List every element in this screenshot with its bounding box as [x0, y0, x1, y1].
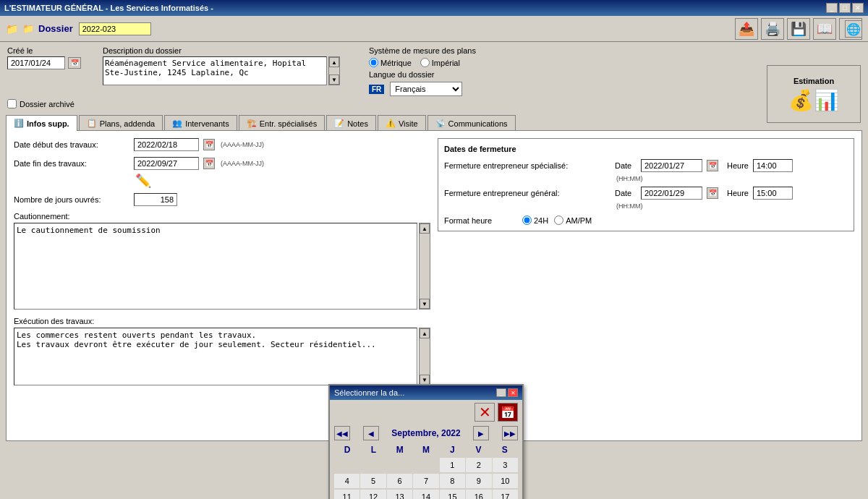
tabs-bar: ℹ️ Infos supp. 📋 Plans, addenda 👥 Interv…	[0, 114, 868, 130]
cal-day-17[interactable]: 17	[493, 490, 518, 499]
calendar-popup: Sélectionner la da... _ ✕ ✕ 📅 ◀◀ ◀ Septe…	[328, 384, 524, 499]
date-debut-input[interactable]	[134, 138, 199, 151]
cal-day-7[interactable]: 7	[413, 474, 438, 488]
cal-day-3[interactable]: 3	[493, 458, 518, 472]
fermeture-spec-row: Fermeture entrepreneur spécialisé: Date …	[444, 159, 848, 172]
lang-label: Langue du dossier	[369, 70, 476, 79]
cal-next-month-button[interactable]: ▶	[473, 426, 489, 440]
exec-scroll-up[interactable]: ▲	[420, 328, 430, 338]
fermeture-spec-label: Fermeture entrepreneur spécialisé:	[444, 161, 610, 170]
cal-day-13[interactable]: 13	[387, 490, 412, 499]
cal-header-l: L	[360, 443, 386, 456]
date-debut-cal-button[interactable]: 📅	[203, 139, 215, 150]
cal-day-16[interactable]: 16	[466, 490, 491, 499]
cal-prev-year-button[interactable]: ◀◀	[334, 426, 350, 440]
tab-visite[interactable]: ⚠️ Visite	[378, 115, 426, 131]
cal-today-button[interactable]: 📅	[498, 403, 518, 422]
cal-day-11[interactable]: 11	[334, 490, 359, 499]
export-button[interactable]: 📤	[735, 18, 758, 40]
desc-scroll-down[interactable]: ▼	[329, 74, 339, 85]
date-fin-cal-button[interactable]: 📅	[203, 158, 215, 169]
cal-header-row: D L M M J V S	[334, 443, 518, 456]
tab-infos[interactable]: ℹ️ Infos supp.	[6, 115, 77, 131]
globe-button[interactable]: 🌐	[845, 20, 862, 38]
exec-scroll-down[interactable]: ▼	[420, 375, 430, 385]
tab-intervenants-icon: 👥	[172, 119, 182, 128]
tab-notes[interactable]: 📝 Notes	[326, 115, 376, 131]
cal-day-10[interactable]: 10	[493, 474, 518, 488]
cal-day-2[interactable]: 2	[466, 458, 491, 472]
measure-radio-group: Métrique Impérial	[369, 58, 476, 67]
fermeture-spec-cal-button[interactable]: 📅	[707, 160, 718, 171]
archived-row[interactable]: Dossier archivé	[7, 99, 861, 108]
fermeture-gen-time-input[interactable]	[753, 187, 793, 200]
form-area: Créé le 📅 Description du dossier Réaména…	[0, 42, 868, 113]
form-top-row: Créé le 📅 Description du dossier Réaména…	[7, 46, 861, 96]
cal-title-text: Sélectionner la da...	[334, 388, 404, 397]
cal-minimize-button[interactable]: _	[496, 388, 506, 397]
cal-header-m1: M	[387, 443, 413, 456]
date-debut-label: Date début des travaux:	[14, 140, 129, 149]
cal-prev-month-button[interactable]: ◀	[363, 426, 379, 440]
created-cal-button[interactable]: 📅	[68, 57, 81, 69]
caut-scroll-up[interactable]: ▲	[420, 223, 430, 234]
created-date-input[interactable]	[7, 56, 65, 69]
close-button[interactable]: ✕	[852, 3, 864, 13]
dossier-label: 📁 Dossier	[6, 23, 73, 35]
archived-checkbox[interactable]	[7, 99, 17, 108]
cal-grid: D L M M J V S 1 2 3	[330, 442, 522, 499]
caut-scroll-down[interactable]: ▼	[420, 299, 430, 309]
desc-textarea[interactable]: Réaménagement Service alimentaire, Hopit…	[103, 56, 327, 85]
format-24h-radio[interactable]: 24H	[522, 216, 548, 225]
cal-day-12[interactable]: 12	[360, 490, 386, 499]
tab-plans-label: Plans, addenda	[100, 119, 155, 128]
cal-day-9[interactable]: 9	[466, 474, 491, 488]
maximize-button[interactable]: □	[839, 3, 851, 13]
minimize-button[interactable]: _	[826, 3, 838, 13]
tab-infos-icon: ℹ️	[14, 119, 24, 128]
date-debut-row: Date début des travaux: 📅 (AAAA-MM-JJ)	[14, 138, 430, 151]
cal-day-6[interactable]: 6	[387, 474, 412, 488]
imperial-radio[interactable]: Impérial	[420, 58, 460, 67]
cal-toolbar: ✕ 📅	[330, 400, 522, 425]
cautionnement-textarea[interactable]: Le cautionnement de soumission	[14, 223, 417, 310]
fermeture-spec-date-label: Date	[615, 161, 637, 170]
cal-header-j: J	[439, 443, 465, 456]
lang-select[interactable]: Français	[390, 82, 462, 96]
format-ampm-radio[interactable]: AM/PM	[554, 216, 592, 225]
format-heure-label: Format heure	[444, 216, 516, 225]
cal-day-8[interactable]: 8	[440, 474, 465, 488]
print-button[interactable]: 🖨️	[761, 18, 784, 40]
tab-plans[interactable]: 📋 Plans, addenda	[79, 115, 163, 131]
fermeture-gen-cal-button[interactable]: 📅	[707, 187, 718, 199]
cal-close-button[interactable]: ✕	[508, 388, 518, 397]
tab-communications[interactable]: 📡 Communications	[427, 115, 516, 131]
metrique-radio[interactable]: Métrique	[369, 58, 412, 67]
book-button[interactable]: 📖	[813, 18, 836, 40]
cal-next-year-button[interactable]: ▶▶	[502, 426, 518, 440]
cal-day-4[interactable]: 4	[334, 474, 359, 488]
save-button[interactable]: 💾	[787, 18, 810, 40]
nb-jours-input[interactable]	[134, 193, 177, 206]
cal-day-1[interactable]: 1	[440, 458, 465, 472]
fermeture-spec-heure-label: Heure	[727, 161, 749, 170]
cal-day-14[interactable]: 14	[413, 490, 438, 499]
fermeture-spec-date-input[interactable]	[641, 159, 702, 172]
desc-scroll-up[interactable]: ▲	[329, 57, 339, 67]
fermeture-gen-date-input[interactable]	[641, 187, 702, 200]
cal-nav: ◀◀ ◀ Septembre, 2022 ▶ ▶▶	[330, 425, 522, 442]
tab-entr[interactable]: 🏗️ Entr. spécialisés	[239, 115, 325, 131]
imperial-label: Impérial	[432, 59, 460, 67]
dossier-input[interactable]	[79, 22, 151, 35]
cal-delete-button[interactable]: ✕	[475, 403, 495, 422]
tab-intervenants[interactable]: 👥 Intervenants	[164, 115, 237, 131]
main-window: 📁 Dossier 📤 🖨️ 💾 📖 🚪 Créé le 📅	[0, 16, 868, 499]
cal-day-15[interactable]: 15	[440, 490, 465, 499]
cal-day-5[interactable]: 5	[360, 474, 386, 488]
execution-textarea[interactable]: Les commerces restent ouverts pendant le…	[14, 328, 417, 385]
date-fin-input[interactable]	[134, 157, 199, 170]
fermeture-spec-time-input[interactable]	[753, 159, 793, 172]
fermeture-gen-date-label: Date	[615, 189, 637, 197]
cal-day-empty-4	[413, 458, 438, 472]
format-ampm-label: AM/PM	[566, 216, 592, 225]
